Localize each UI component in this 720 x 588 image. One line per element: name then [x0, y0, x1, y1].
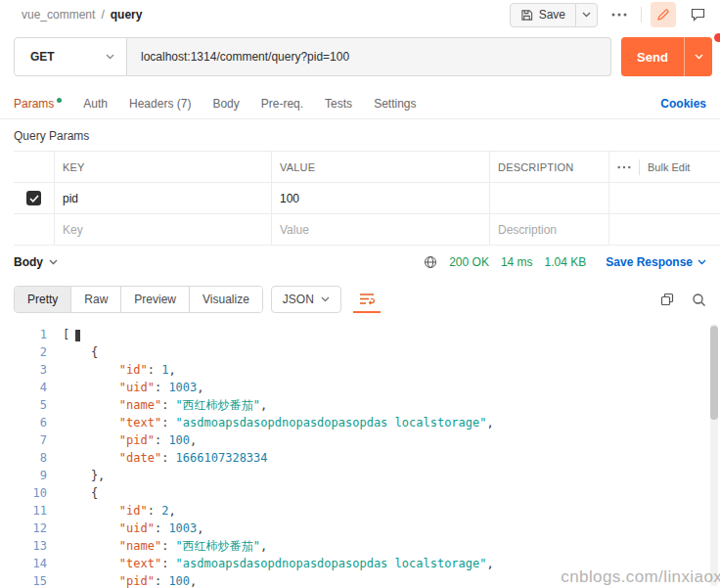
new-description-cell[interactable]: Description [489, 214, 608, 245]
line-number: 15 [0, 572, 47, 588]
breadcrumb-request[interactable]: query [111, 8, 143, 22]
chevron-down-icon [106, 54, 114, 60]
chevron-down-icon [695, 54, 703, 60]
response-view-toolbar: Pretty Raw Preview Visualize JSON [0, 279, 720, 320]
tab-label: Settings [374, 97, 416, 111]
line-number: 14 [0, 555, 47, 572]
tab-label: Pre-req. [261, 97, 303, 111]
tab-label: Params [14, 97, 54, 111]
params-more-options-button[interactable] [617, 165, 631, 169]
breadcrumb: vue_comment / query [22, 8, 142, 22]
code-line: 7 "pid": 100, [0, 431, 720, 449]
column-header-value: VALUE [271, 152, 489, 182]
copy-response-button[interactable] [660, 293, 674, 306]
code-lines: 1[2 {3 "id": 1,4 "uid": 1003,5 "name": "… [0, 326, 720, 588]
header-divider [639, 159, 640, 175]
breadcrumb-collection[interactable]: vue_comment [22, 8, 95, 22]
code-line: 9 }, [0, 467, 720, 484]
unsaved-changes-dot [57, 98, 62, 103]
chevron-down-icon [698, 259, 706, 265]
send-button-group: Send [621, 37, 712, 76]
tab-body[interactable]: Body [212, 97, 239, 111]
column-header-description: DESCRIPTION [489, 152, 608, 182]
code-line: 12 "uid": 1003, [0, 520, 720, 537]
param-row-actions [608, 183, 720, 213]
view-tab-pretty[interactable]: Pretty [15, 287, 71, 312]
scrollbar-thumb[interactable] [710, 326, 718, 420]
chevron-down-icon [582, 12, 591, 18]
view-tab-raw[interactable]: Raw [71, 287, 121, 312]
new-key-cell[interactable]: Key [54, 214, 271, 245]
tab-auth[interactable]: Auth [83, 97, 108, 111]
view-tab-visualize[interactable]: Visualize [190, 287, 262, 312]
edit-documentation-button[interactable] [651, 2, 676, 27]
network-globe-icon [424, 255, 437, 269]
notification-dot [714, 33, 720, 42]
params-header-row: KEY VALUE DESCRIPTION Bulk Edit [14, 152, 720, 183]
line-number: 5 [0, 396, 47, 414]
search-response-button[interactable] [692, 293, 706, 307]
query-params-table: KEY VALUE DESCRIPTION Bulk Edit pid 100 … [14, 151, 720, 246]
response-size: 1.04 KB [545, 255, 587, 269]
send-dropdown-button[interactable] [684, 37, 712, 76]
code-line: 3 "id": 1, [0, 361, 720, 379]
line-number: 6 [0, 414, 47, 431]
code-line: 2 { [0, 343, 720, 361]
line-number: 4 [0, 379, 47, 396]
param-checkbox[interactable] [26, 191, 41, 205]
tab-settings[interactable]: Settings [374, 97, 416, 111]
response-toolbar-right [660, 293, 706, 307]
query-params-title: Query Params [0, 119, 720, 151]
more-dots-icon [611, 13, 627, 17]
code-line: 1[ [0, 326, 720, 343]
breadcrumb-separator: / [101, 8, 104, 22]
wrap-lines-button[interactable] [353, 286, 381, 313]
response-body-label: Body [14, 255, 43, 269]
param-value-cell[interactable]: 100 [271, 183, 489, 213]
send-button[interactable]: Send [621, 37, 684, 76]
code-line: 10 { [0, 484, 720, 502]
topbar-divider [641, 7, 642, 23]
view-tab-preview[interactable]: Preview [121, 287, 190, 312]
more-options-button[interactable] [607, 2, 632, 27]
response-time: 14 ms [501, 255, 533, 269]
request-url-row: GET localhost:1314/comment/query?pid=100… [0, 29, 720, 88]
line-number: 3 [0, 361, 47, 379]
code-line: 4 "uid": 1003, [0, 379, 720, 396]
line-number: 10 [0, 484, 47, 502]
tab-params[interactable]: Params [14, 97, 62, 111]
param-row-new: Key Value Description [14, 214, 720, 246]
bulk-edit-button[interactable]: Bulk Edit [648, 161, 690, 173]
save-response-dropdown[interactable]: Save Response [606, 255, 706, 269]
search-icon [692, 293, 706, 307]
status-badge: 200 OK [449, 255, 489, 269]
line-number: 11 [0, 502, 47, 520]
save-response-label: Save Response [606, 255, 693, 269]
code-line: 8 "date": 1666107328334 [0, 449, 720, 467]
new-row-actions [608, 214, 720, 245]
cookies-link[interactable]: Cookies [660, 97, 706, 111]
url-input[interactable]: localhost:1314/comment/query?pid=100 [127, 37, 611, 76]
response-body-viewer: 1[2 {3 "id": 1,4 "uid": 1003,5 "name": "… [0, 320, 720, 588]
save-button[interactable]: Save [511, 4, 575, 26]
tab-tests[interactable]: Tests [325, 97, 352, 111]
topbar-actions: Save [510, 2, 710, 27]
response-language-dropdown[interactable]: JSON [271, 286, 341, 313]
chevron-down-icon [49, 259, 58, 265]
param-key-cell[interactable]: pid [54, 183, 271, 213]
response-body-dropdown[interactable]: Body [14, 255, 58, 269]
comments-button[interactable] [685, 2, 710, 27]
param-description-cell[interactable] [489, 183, 608, 213]
params-header-actions: Bulk Edit [608, 152, 720, 182]
line-number: 7 [0, 431, 47, 449]
save-dropdown-button[interactable] [575, 4, 597, 26]
text-cursor [75, 330, 80, 341]
chevron-down-icon [321, 296, 330, 302]
method-label: GET [30, 50, 55, 64]
tab-headers[interactable]: Headers (7) [129, 97, 191, 111]
new-value-cell[interactable]: Value [271, 214, 489, 245]
line-number: 2 [0, 343, 47, 361]
response-stats: 200 OK 14 ms 1.04 KB Save Response [424, 255, 706, 269]
method-dropdown[interactable]: GET [14, 37, 127, 76]
tab-prerequest[interactable]: Pre-req. [261, 97, 303, 111]
